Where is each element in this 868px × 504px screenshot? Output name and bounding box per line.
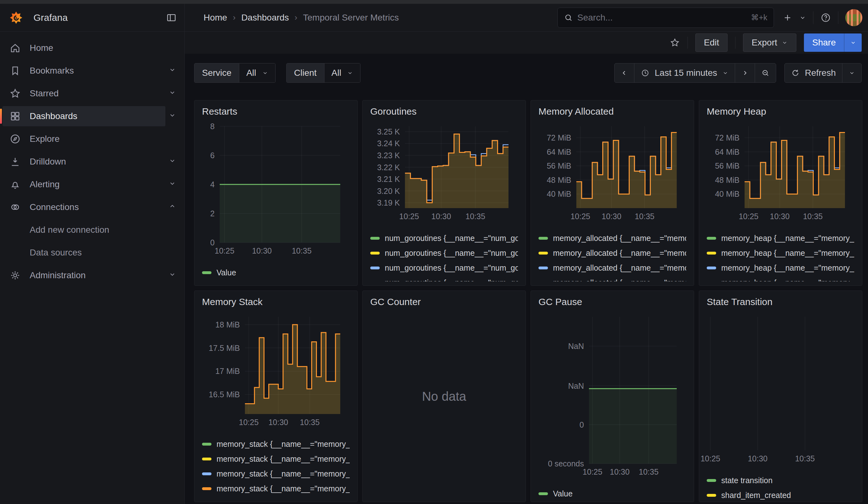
legend-item[interactable]: memory_heap {__name__="memory_h <box>707 275 855 281</box>
sidebar-item-dashboards[interactable]: Dashboards <box>2 106 165 126</box>
x-axis-label: 10:25 <box>583 467 602 476</box>
chevron-down-icon[interactable] <box>168 157 176 167</box>
legend-item[interactable]: num_goroutines {__name__="num_go <box>370 231 518 246</box>
y-axis-label: NaN <box>568 342 589 351</box>
sidebar-toggle-icon[interactable] <box>166 12 177 23</box>
legend-item[interactable]: memory_stack {__name__="memory_s <box>202 437 350 452</box>
legend-item[interactable]: memory_allocated {__name__="memo <box>538 275 686 281</box>
refresh-interval-button[interactable] <box>842 63 861 82</box>
export-button[interactable]: Export <box>743 33 796 52</box>
sidebar-item-drilldown[interactable]: Drilldown <box>2 152 165 172</box>
chevron-down-icon[interactable] <box>168 66 176 76</box>
legend-swatch <box>707 267 716 269</box>
legend: memory_allocated {__name__="memomemory_a… <box>538 231 686 281</box>
panel-title[interactable]: Memory Heap <box>707 106 766 116</box>
panel-title[interactable]: GC Pause <box>538 297 582 307</box>
legend-item[interactable]: memory_stack {__name__="memory_s <box>202 466 350 481</box>
chevron-down-icon[interactable] <box>799 14 806 21</box>
chart-plot-area[interactable]: NaNNaN00 seconds10:2510:3010:35 <box>589 317 677 464</box>
zoom-out-button[interactable] <box>755 63 776 82</box>
legend-item[interactable]: Value <box>202 265 350 280</box>
chart-plot-area[interactable]: 8642010:2510:3010:35 <box>220 126 340 243</box>
legend-item[interactable]: memory_heap {__name__="memory_h <box>707 231 855 246</box>
x-axis-label: 10:35 <box>300 418 320 427</box>
main-content: Edit Export Share Serv <box>185 32 868 504</box>
legend-item[interactable]: memory_stack {__name__="memory_s <box>202 452 350 466</box>
x-axis-label: 10:30 <box>770 212 790 221</box>
legend-label: memory_allocated {__name__="memo <box>553 234 686 243</box>
chart-plot-area[interactable]: 3.25 K3.24 K3.23 K3.22 K3.21 K3.20 K3.19… <box>405 126 508 208</box>
time-picker-group: Last 15 minutes <box>614 63 776 83</box>
legend-item[interactable]: num_goroutines {__name__="num_go <box>370 260 518 275</box>
legend-swatch <box>707 494 716 497</box>
legend-label: num_goroutines {__name__="num_go <box>385 234 518 243</box>
legend-item[interactable]: memory_heap {__name__="memory_h <box>707 260 855 275</box>
sidebar-item-home[interactable]: Home <box>2 38 165 58</box>
legend-item[interactable]: memory_stack {__name__="memory_s <box>202 481 350 496</box>
legend-item[interactable]: Value <box>538 486 686 501</box>
time-forward-button[interactable] <box>735 63 755 82</box>
chevron-down-icon[interactable] <box>168 179 176 189</box>
sidebar-item-add-new-connection[interactable]: Add new connection <box>2 220 165 240</box>
legend-item[interactable]: num_goroutines {__name__="num_go <box>370 275 518 281</box>
chevron-down-icon <box>262 70 268 76</box>
sidebar-item-bookmarks[interactable]: Bookmarks <box>2 61 165 81</box>
panel-title[interactable]: Memory Stack <box>202 297 262 307</box>
search-box[interactable]: ⌘+k <box>557 8 774 28</box>
panel-goroutines: Goroutines3.25 K3.24 K3.23 K3.22 K3.21 K… <box>362 100 526 286</box>
sidebar-item-label: Home <box>30 43 53 53</box>
add-icon[interactable] <box>783 13 792 22</box>
legend-item[interactable]: memory_heap {__name__="memory_h <box>707 246 855 260</box>
x-axis-label: 10:30 <box>432 212 451 221</box>
chart-plot-area[interactable]: 72 MiB64 MiB56 MiB48 MiB40 MiB10:2510:30… <box>576 126 677 208</box>
star-icon[interactable] <box>670 38 680 48</box>
chevron-down-icon[interactable] <box>168 89 176 99</box>
sidebar-item-data-sources[interactable]: Data sources <box>2 243 165 263</box>
panel-title[interactable]: Restarts <box>202 106 237 116</box>
legend-item[interactable]: memory_allocated {__name__="memo <box>538 231 686 246</box>
breadcrumb-home[interactable]: Home <box>204 13 227 23</box>
breadcrumb-dashboards[interactable]: Dashboards <box>241 13 289 23</box>
sidebar-item-explore[interactable]: Explore <box>2 129 165 149</box>
panel-title[interactable]: State Transition <box>707 297 772 307</box>
y-axis-label: 3.25 K <box>377 127 405 136</box>
legend-label: Value <box>217 268 236 277</box>
y-axis-label: NaN <box>568 381 589 390</box>
chart-plot-area[interactable]: 10:2510:3010:35 <box>707 317 855 450</box>
legend-label: memory_heap {__name__="memory_h <box>721 248 855 258</box>
refresh-button[interactable]: Refresh <box>785 63 842 82</box>
sidebar-item-connections[interactable]: Connections <box>2 197 165 217</box>
help-icon[interactable] <box>820 12 831 23</box>
legend-item[interactable]: num_goroutines {__name__="num_go <box>370 246 518 260</box>
y-axis-label: 2 <box>210 209 220 218</box>
sidebar-item-administration[interactable]: Administration <box>2 265 165 286</box>
share-dropdown-button[interactable] <box>844 33 862 52</box>
x-axis-label: 10:25 <box>570 212 590 221</box>
grafana-logo-icon[interactable] <box>9 10 23 25</box>
chevron-down-icon[interactable] <box>168 270 176 280</box>
chart-plot-area[interactable]: 72 MiB64 MiB56 MiB48 MiB40 MiB10:2510:30… <box>745 126 845 208</box>
clock-icon <box>641 69 650 78</box>
panel-title[interactable]: Goroutines <box>370 106 417 116</box>
legend-item[interactable]: state transition <box>707 473 855 488</box>
share-button[interactable]: Share <box>804 33 844 52</box>
legend-item[interactable]: shard_item_created <box>707 488 855 502</box>
sidebar-item-alerting[interactable]: Alerting <box>2 174 165 195</box>
chart-plot-area[interactable]: 18 MiB17.5 MiB17 MiB16.5 MiB10:2510:3010… <box>245 317 340 414</box>
client-filter-value[interactable]: All <box>324 63 360 82</box>
time-range-button[interactable]: Last 15 minutes <box>634 63 735 82</box>
search-icon <box>564 13 573 22</box>
breadcrumb-current: Temporal Server Metrics <box>303 13 399 23</box>
time-back-button[interactable] <box>614 63 634 82</box>
legend-item[interactable]: memory_allocated {__name__="memo <box>538 260 686 275</box>
panel-title[interactable]: Memory Allocated <box>538 106 613 116</box>
sidebar-item-starred[interactable]: Starred <box>2 83 165 104</box>
search-input[interactable] <box>577 13 746 23</box>
chevron-down-icon[interactable] <box>168 111 176 121</box>
avatar[interactable] <box>845 9 862 26</box>
chevron-up-icon[interactable] <box>168 202 176 212</box>
legend-item[interactable]: memory_allocated {__name__="memo <box>538 246 686 260</box>
sidebar: HomeBookmarksStarredDashboardsExploreDri… <box>0 32 185 504</box>
edit-button[interactable]: Edit <box>695 33 727 52</box>
service-filter-value[interactable]: All <box>239 63 275 82</box>
